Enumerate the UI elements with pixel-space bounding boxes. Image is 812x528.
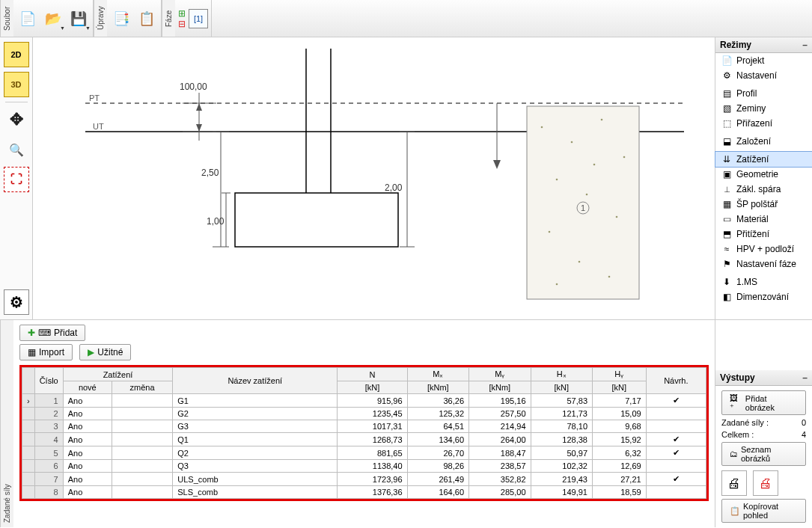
import-button[interactable]: ▦Import	[19, 344, 73, 360]
mode-label: Profil	[736, 88, 757, 99]
collapse-icon[interactable]: –	[802, 40, 808, 50]
forces-table[interactable]: Číslo Zatížení Název zatížení N Mₓ Mᵧ Hₓ…	[22, 367, 706, 499]
copy-icon: 📑	[113, 10, 129, 27]
add-picture-button[interactable]: 🖼⁺Přidat obrázek	[721, 390, 806, 415]
dim-r: 2,00	[385, 182, 403, 193]
mode-label: Zatížení	[736, 154, 769, 165]
table-row[interactable]: 5AnoQ2881,6526,70188,4750,976,32✔	[22, 446, 706, 460]
mode-label: Přitížení	[736, 229, 769, 239]
outputs-zs-label: Zadané síly :	[721, 418, 769, 427]
fit-view-button[interactable]: ⛶	[4, 167, 29, 192]
col-navrh[interactable]: Návrh.	[646, 368, 706, 394]
svg-point-29	[579, 261, 581, 263]
phase-indicator[interactable]: [1]	[189, 9, 208, 28]
col-nove[interactable]: nové	[63, 381, 112, 394]
region-label: 1	[581, 203, 585, 212]
col-zatizeni[interactable]: Zatížení	[63, 368, 173, 381]
forces-panel: ✚⌨Přidat ▦Import ▶Užitné Číslo Zatížení …	[13, 320, 715, 527]
mode-item-nastaven-f-ze[interactable]: ⚑Nastavení fáze	[715, 257, 812, 271]
table-row[interactable]: 3AnoG31017,3164,51214,9478,109,68	[22, 420, 706, 433]
print-pdf-button[interactable]: 🖨	[753, 470, 778, 496]
svg-point-28	[549, 231, 551, 233]
phase-add-button[interactable]: ⊞	[178, 9, 186, 18]
mode-item-p-i-azen-[interactable]: ⬚Přiřazení	[715, 116, 812, 131]
new-file-button[interactable]: 📄	[16, 7, 39, 30]
mode-item-zalo-en-[interactable]: ⬓Založení	[715, 134, 812, 149]
open-file-button[interactable]: 📂▼	[42, 7, 64, 30]
table-row[interactable]: 8AnoSLS_comb1376,36164,60285,00149,9118,…	[22, 486, 706, 499]
col-zmena[interactable]: změna	[112, 381, 172, 394]
section-drawing: PT UT 100,00 2,50 1,00	[33, 37, 714, 319]
mode-item-profil[interactable]: ▤Profil	[715, 86, 812, 101]
view-settings-button[interactable]: ⚙	[4, 289, 29, 315]
svg-point-27	[616, 216, 618, 218]
list-icon: 🗂	[730, 449, 738, 458]
plus-icon: ✚	[28, 328, 35, 338]
mode-item-zeminy[interactable]: ▧Zeminy	[715, 101, 812, 116]
outputs-zs-value: 0	[802, 418, 806, 427]
toolbar-section-phase[interactable]: Fáze	[162, 0, 175, 37]
col-n[interactable]: N	[338, 368, 407, 381]
mode-label: Dimenzování	[736, 292, 789, 302]
outputs-title: Výstupy	[720, 372, 755, 383]
mode-item-dimenzov-n-[interactable]: ◧Dimenzování	[715, 289, 812, 304]
mode-item-zat-en-[interactable]: ⇊Zatížení	[715, 152, 812, 167]
toolbar-section-edit[interactable]: Úpravy	[94, 0, 107, 37]
mode-label: Přiřazení	[736, 118, 772, 129]
svg-point-24	[623, 156, 626, 159]
table-row[interactable]: 4AnoQ11268,73134,60264,00128,3815,92✔	[22, 433, 706, 446]
mode-item-projekt[interactable]: 📄Projekt	[715, 53, 812, 68]
copy-view-button[interactable]: 📋Kopírovat pohled	[721, 499, 806, 523]
col-my[interactable]: Mᵧ	[469, 368, 531, 381]
modes-list: 📄Projekt⚙Nastavení▤Profil▧Zeminy⬚Přiřaze…	[715, 53, 812, 304]
mode-item-geometrie[interactable]: ▣Geometrie	[715, 167, 812, 182]
drawing-canvas[interactable]: PT UT 100,00 2,50 1,00	[33, 37, 715, 319]
copy-button[interactable]: 📑	[110, 7, 132, 30]
service-load-button[interactable]: ▶Užitné	[79, 344, 131, 360]
add-force-button[interactable]: ✚⌨Přidat	[19, 325, 85, 341]
phase-remove-button[interactable]: ⊟	[178, 19, 186, 28]
table-row[interactable]: ›1AnoG1915,9636,26195,1657,837,17✔	[22, 394, 706, 408]
zoom-button[interactable]: 🔍	[4, 137, 29, 162]
outputs-total-label: Celkem :	[721, 430, 754, 439]
view-3d-button[interactable]: 3D	[4, 72, 29, 97]
outputs-total-value: 4	[802, 430, 806, 439]
table-row[interactable]: 2AnoG21235,45125,32257,50121,7315,09	[22, 408, 706, 420]
col-nazev[interactable]: Název zatížení	[173, 368, 338, 394]
table-row[interactable]: 7AnoULS_comb1723,96261,49352,82219,4327,…	[22, 473, 706, 486]
pan-button[interactable]: ✥	[4, 107, 29, 132]
paste-button[interactable]: 📋	[135, 7, 158, 30]
mode-item-p-it-en-[interactable]: ⬒Přitížení	[715, 227, 812, 242]
dim-h: 1,00	[207, 216, 225, 227]
dim-left: 2,50	[201, 168, 219, 178]
mode-item-nastaven-[interactable]: ⚙Nastavení	[715, 68, 812, 83]
svg-point-21	[541, 126, 543, 129]
mode-icon: ▭	[721, 214, 732, 224]
col-cislo[interactable]: Číslo	[34, 368, 63, 394]
mode-item-z-kl-sp-ra[interactable]: ⟂Zákl. spára	[715, 182, 812, 197]
mode-item--p-pol-t-[interactable]: ▦ŠP polštář	[715, 197, 812, 212]
mode-label: 1.MS	[736, 277, 757, 287]
mode-icon: 📄	[721, 55, 732, 66]
mode-icon: ▧	[721, 103, 732, 114]
play-icon: ▶	[88, 347, 94, 357]
modes-title: Režimy	[720, 40, 751, 50]
picture-list-button[interactable]: 🗂Seznam obrázků	[721, 442, 806, 466]
mode-item-hpv-podlo-[interactable]: ≈HPV + podloží	[715, 242, 812, 257]
col-hx[interactable]: Hₓ	[531, 368, 592, 381]
col-mx[interactable]: Mₓ	[407, 368, 468, 381]
print-button[interactable]: 🖨	[721, 470, 747, 496]
toolbar-section-file[interactable]: Soubor	[0, 0, 13, 37]
mode-icon: ▣	[721, 169, 732, 179]
col-hy[interactable]: Hᵧ	[593, 368, 647, 381]
mode-icon: ⬒	[721, 229, 732, 239]
svg-marker-9	[196, 124, 202, 132]
collapse-icon[interactable]: –	[802, 372, 808, 383]
table-row[interactable]: 6AnoQ31138,4098,26238,57102,3212,69	[22, 460, 706, 473]
outputs-panel-header: Výstupy –	[715, 370, 812, 386]
mode-item-1-ms[interactable]: ⬇1.MS	[715, 274, 812, 289]
mode-item-materi-l[interactable]: ▭Materiál	[715, 212, 812, 227]
keyboard-icon: ⌨	[38, 328, 51, 338]
save-file-button[interactable]: 💾▼	[67, 7, 90, 30]
view-2d-button[interactable]: 2D	[4, 42, 29, 67]
